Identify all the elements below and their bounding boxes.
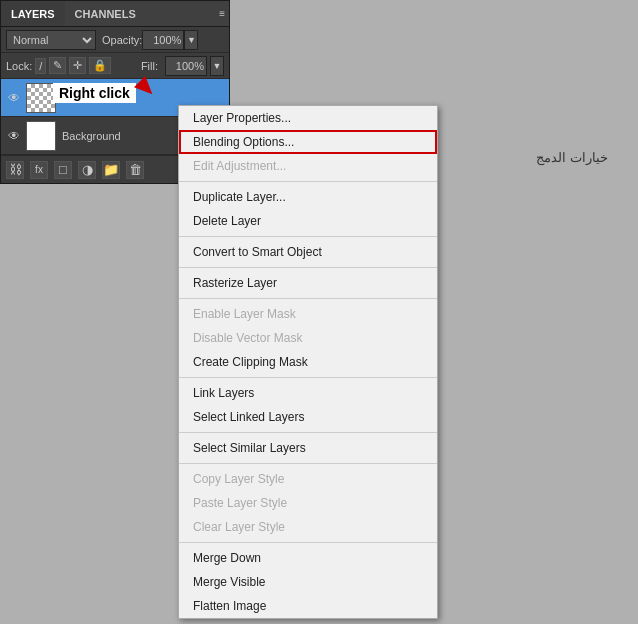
fill-label: Fill:: [141, 60, 158, 72]
layer-visibility-rightclick[interactable]: 👁: [6, 90, 22, 106]
blend-mode-row: Normal Opacity: ▼: [1, 27, 229, 53]
layer-thumb-rightclick: [26, 83, 56, 113]
layer-visibility-background[interactable]: 👁: [6, 128, 22, 144]
menu-item-convert-to-smart-object[interactable]: Convert to Smart Object: [179, 240, 437, 264]
link-layers-icon[interactable]: ⛓: [6, 161, 24, 179]
blend-mode-select[interactable]: Normal: [6, 30, 96, 50]
menu-item-layer-properties---[interactable]: Layer Properties...: [179, 106, 437, 130]
menu-separator: [179, 298, 437, 299]
menu-item-delete-layer[interactable]: Delete Layer: [179, 209, 437, 233]
layer-effects-icon[interactable]: fx: [30, 161, 48, 179]
layer-thumb-background: [26, 121, 56, 151]
menu-item-select-linked-layers[interactable]: Select Linked Layers: [179, 405, 437, 429]
delete-layer-icon[interactable]: 🗑: [126, 161, 144, 179]
menu-separator: [179, 542, 437, 543]
menu-item-duplicate-layer---[interactable]: Duplicate Layer...: [179, 185, 437, 209]
opacity-chevron[interactable]: ▼: [184, 30, 198, 50]
context-menu: Layer Properties...Blending Options...Ed…: [178, 105, 438, 619]
panel-options-button[interactable]: ≡: [219, 8, 225, 19]
menu-item-flatten-image[interactable]: Flatten Image: [179, 594, 437, 618]
menu-item-enable-layer-mask: Enable Layer Mask: [179, 302, 437, 326]
adjustment-layer-icon[interactable]: ◑: [78, 161, 96, 179]
menu-separator: [179, 267, 437, 268]
layer-name-background: Background: [62, 130, 121, 142]
menu-item-clear-layer-style: Clear Layer Style: [179, 515, 437, 539]
menu-item-edit-adjustment---: Edit Adjustment...: [179, 154, 437, 178]
menu-item-select-similar-layers[interactable]: Select Similar Layers: [179, 436, 437, 460]
menu-item-disable-vector-mask: Disable Vector Mask: [179, 326, 437, 350]
menu-separator: [179, 181, 437, 182]
lock-paint-icon[interactable]: ✎: [49, 57, 66, 74]
menu-item-create-clipping-mask[interactable]: Create Clipping Mask: [179, 350, 437, 374]
menu-separator: [179, 236, 437, 237]
menu-item-merge-visible[interactable]: Merge Visible: [179, 570, 437, 594]
layer-mask-icon[interactable]: □: [54, 161, 72, 179]
tab-channels[interactable]: CHANNELS: [65, 1, 146, 26]
menu-item-copy-layer-style: Copy Layer Style: [179, 467, 437, 491]
menu-item-merge-down[interactable]: Merge Down: [179, 546, 437, 570]
lock-label: Lock:: [6, 60, 32, 72]
new-group-icon[interactable]: 📁: [102, 161, 120, 179]
menu-item-blending-options---[interactable]: Blending Options...: [179, 130, 437, 154]
menu-item-link-layers[interactable]: Link Layers: [179, 381, 437, 405]
lock-move-icon[interactable]: ✛: [69, 57, 86, 74]
menu-separator: [179, 432, 437, 433]
menu-item-rasterize-layer[interactable]: Rasterize Layer: [179, 271, 437, 295]
lock-all-icon[interactable]: 🔒: [89, 57, 111, 74]
panel-tabs: LAYERS CHANNELS ≡: [1, 1, 229, 27]
menu-separator: [179, 377, 437, 378]
right-click-label: Right click: [53, 83, 136, 103]
lock-row: Lock: / ✎ ✛ 🔒 Fill: ▼: [1, 53, 229, 79]
menu-separator: [179, 463, 437, 464]
arabic-label: خيارات الدمج: [536, 150, 608, 165]
opacity-input[interactable]: [142, 30, 184, 50]
fill-chevron[interactable]: ▼: [210, 56, 224, 76]
opacity-label: Opacity:: [102, 34, 142, 46]
tab-layers[interactable]: LAYERS: [1, 1, 65, 26]
lock-transparency-icon[interactable]: /: [35, 58, 46, 74]
fill-input[interactable]: [165, 56, 207, 76]
menu-item-paste-layer-style: Paste Layer Style: [179, 491, 437, 515]
